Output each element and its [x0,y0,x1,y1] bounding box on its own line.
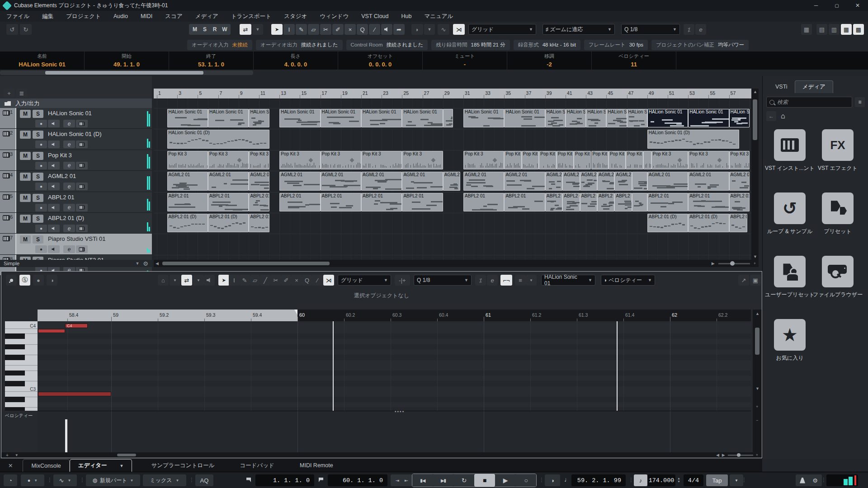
mute-tool[interactable]: × [344,24,356,35]
hzoom-slider[interactable] [718,263,750,264]
split-tool[interactable]: ✂ [320,24,331,35]
setup-window-layout-icon[interactable]: ▦ [801,24,812,35]
black-key[interactable] [5,397,25,402]
clip-agml2-01[interactable]: AGML2 01 [597,172,614,190]
clip-halion-sonic-01[interactable]: HALion Sonic 01 [627,109,647,127]
instrument-button[interactable] [76,225,88,232]
clip-abpl2-01[interactable]: ABPL2 01 [361,193,402,211]
draw-tool[interactable]: ✎ [296,24,307,35]
menu-6[interactable]: メディア [189,11,225,22]
quantize-select[interactable]: Q 1/8▼ [621,24,680,35]
clip-agml2-01[interactable]: AGML2 01 [545,172,562,190]
menu-7[interactable]: トランスポート [225,11,278,22]
auto-quantize-button[interactable]: AQ [195,474,213,486]
bottom-tab-4[interactable]: MIDI Remote [293,460,340,471]
clip-abpl2-01[interactable]: ABPL2 01 [545,193,562,211]
clip-abpl2-01[interactable]: ABPL2 01 [504,193,545,211]
info-field-4[interactable]: オフセット0. 0. 0. 0 [338,52,423,70]
clip-halion-sonic-01-d-[interactable]: HALion Sonic 01 (D) [167,130,269,148]
clip-pop-kit-3[interactable]: Pop Kit 3 [609,151,626,169]
line-tool[interactable]: ∕ [369,24,380,35]
clip-halion-sonic-01[interactable]: HALion Sonic 01 [729,109,750,127]
menu-1[interactable]: 編集 [36,11,60,22]
scroll-right-icon[interactable]: ▶ [712,261,715,266]
clip-pop-kit-3[interactable]: Pop Kit 3 [626,151,643,169]
menu-4[interactable]: MIDI [134,11,159,21]
clip-pop-kit-3[interactable]: Pop Kit 3 [249,151,269,169]
instrument-button[interactable] [76,120,88,127]
clip-pop-kit-3[interactable]: Pop Kit 3 [361,151,402,169]
monitor-button[interactable] [48,245,60,253]
erase-tool[interactable]: ▱ [308,24,319,35]
constrain-delay-icon[interactable]: ◔ [4,474,17,486]
record-enable-button[interactable]: ● [35,162,47,169]
grid-match-icon[interactable]: -|+ [395,275,410,286]
position-display[interactable]: 59. 2. 1. 99 [571,474,626,486]
midi-record-mode-select[interactable]: ◍新規パート▼ [86,474,140,486]
clip-halion-sonic-01[interactable]: HALion Sonic 01 [566,109,586,127]
clip-halion-sonic-01[interactable]: HALion Sonic 01 [208,109,249,127]
monitor-button[interactable] [48,225,60,232]
clip-pop-kit-3[interactable]: Pop Kit 3 [557,151,574,169]
pin-icon[interactable] [6,275,17,286]
clip-agml2-01[interactable]: AGML2 01 [729,172,750,190]
clip-pop-kit-3[interactable]: Pop Kit 3 [539,151,556,169]
bottom-tab-0[interactable]: MixConsole [23,459,69,472]
solo-button[interactable]: S [33,173,43,181]
clip-halion-sonic-01[interactable]: HALion Sonic 01 [688,109,729,127]
lane-divider-handle[interactable]: ▪▪▪▪ [395,409,405,414]
grid-zoom-select[interactable]: ♯ ズームに適応▼ [542,24,615,35]
iterative-quantize-icon[interactable]: ⁒ [684,24,694,35]
track-row-3[interactable]: 3MSPop Kit 3●e [0,150,152,171]
menu-3[interactable]: Audio [107,11,134,21]
ed-erase-tool[interactable]: ▱ [250,275,260,286]
clip-abpl2-01[interactable]: ABPL2 01 [321,193,361,211]
clip-halion-sonic-01-d-[interactable]: HALion Sonic 01 (D) [647,130,739,148]
monitor-button[interactable] [48,204,60,211]
ed-mute-tool[interactable]: × [291,275,302,286]
solo-button[interactable]: S [33,152,43,160]
menu-8[interactable]: スタジオ [278,11,313,22]
clip-pop-kit-3[interactable]: Pop Kit 3 [688,151,729,169]
menu-9[interactable]: ウィンドウ [313,11,355,22]
instrument-button[interactable] [76,204,88,211]
monitor-button[interactable] [48,183,60,190]
zone-toggle-2-icon[interactable]: ▦ [841,24,852,35]
info-field-5[interactable]: ミュート- [423,52,507,70]
ed-zoom-tool[interactable]: Q [302,275,312,286]
zone-toggle-1-icon[interactable]: ▥ [829,24,840,35]
ed-scroll-right-icon[interactable]: ▶ [722,453,725,457]
acoustic-feedback-icon[interactable]: ◑ [47,275,57,286]
maximize-button[interactable]: ▢ [826,0,847,11]
menu-2[interactable]: プロジェクト [60,11,107,22]
status-item-0[interactable]: オーディオ入力未接続 [187,40,252,50]
project-ruler[interactable]: 1357911131517192123252729313335373941434… [154,89,751,99]
punch-out-icon[interactable]: ⇤ [400,474,413,486]
black-key[interactable] [5,371,25,376]
clip-agml2-01[interactable]: AGML2 01 [688,172,729,190]
edit-instrument-button[interactable]: e [63,245,75,253]
edit-instrument-button[interactable]: e [63,120,75,127]
clip-halion-sonic-01[interactable]: HALion Sonic 01 [647,109,688,127]
clip-halion-sonic-01[interactable]: HALion Sonic 01 [545,109,566,127]
media-tile-6[interactable]: ★ [774,319,806,351]
menu-0[interactable]: ファイル [0,11,36,22]
active-part-select[interactable]: HALion Sonic 01▼ [541,275,595,286]
editor-ruler[interactable]: 58.45959.259.359.46060.260.360.46161.261… [38,310,751,321]
clip-agml2-01[interactable]: AGML2 01 [562,172,580,190]
window-mode-icon[interactable]: ⌂ [158,275,169,286]
quantize-panel-icon[interactable]: e [695,24,706,35]
info-field-2[interactable]: 終了53. 1. 1. 0 [169,52,254,70]
automation-curve-icon[interactable]: ∿ [438,24,449,35]
automation-s-button[interactable]: S [200,24,210,34]
ed-vzoom-minus-icon[interactable]: − [756,418,758,422]
ed-q-panel-icon[interactable]: e [487,275,498,286]
clip-abpl2-01[interactable]: ABPL2 01 [597,193,614,211]
clip-halion-sonic-01[interactable]: HALion Sonic 01 [463,109,504,127]
media-tile-2[interactable]: ↺ [774,192,806,224]
ed-up-icon[interactable]: ▲ [755,311,760,316]
edit-instrument-button[interactable]: e [63,183,75,190]
editor-hscrollbar[interactable]: + ▼ ◀ ▶ + [1,452,762,458]
mute-button[interactable]: M [20,235,31,244]
close-button[interactable]: ✕ [847,0,868,11]
